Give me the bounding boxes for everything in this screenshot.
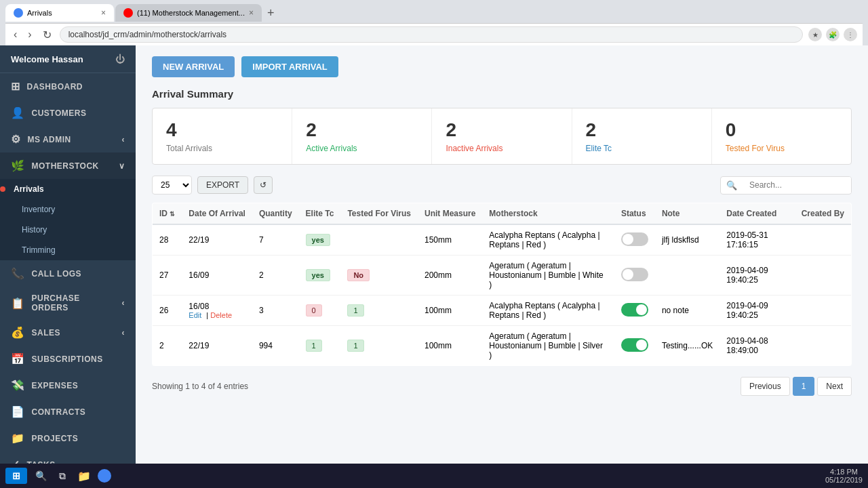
cell-status[interactable]	[614, 224, 655, 256]
col-virus[interactable]: Tested For Virus	[340, 203, 418, 225]
cell-qty: 3	[252, 296, 299, 326]
sidebar-power-icon[interactable]: ⏻	[115, 54, 125, 64]
sidebar-label-customers: CUSTOMERS	[32, 108, 87, 118]
new-arrival-button[interactable]: NEW ARRIVAL	[152, 56, 235, 77]
next-button[interactable]: Next	[817, 377, 852, 396]
tasks-icon: ✓	[11, 458, 20, 464]
po-icon: 📋	[11, 297, 25, 310]
cell-date-created: 2019-04-09 19:40:25	[719, 256, 794, 296]
extensions-icon[interactable]: 🧩	[826, 28, 840, 41]
col-id[interactable]: ID ⇅	[153, 203, 182, 225]
sidebar-item-ms-admin[interactable]: ⚙ MS ADMIN ‹	[0, 126, 136, 152]
sidebar-item-tasks[interactable]: ✓ TASKS	[0, 451, 136, 464]
col-date-created[interactable]: Date Created	[719, 203, 794, 225]
col-qty[interactable]: Quantity	[252, 203, 299, 225]
reload-button[interactable]: ↻	[40, 28, 54, 41]
url-bar[interactable]: localhost/jd_crm/admin/motherstock/arriv…	[60, 26, 803, 43]
edit-link[interactable]: Edit	[189, 311, 201, 319]
sidebar-item-dashboard[interactable]: ⊞ DASHBOARD	[0, 73, 136, 100]
tab-youtube[interactable]: (11) Motherstock Management... ×	[115, 4, 262, 22]
contracts-icon: 📄	[11, 405, 25, 418]
sidebar-item-customers[interactable]: 👤 CUSTOMERS	[0, 100, 136, 126]
col-note[interactable]: Note	[655, 203, 719, 225]
summary-cards: 4 Total Arrivals 2 Active Arrivals 2 Ina…	[152, 108, 852, 165]
taskbar-task-view[interactable]: ⧉	[54, 468, 71, 484]
sidebar-item-projects[interactable]: 📁 PROJECTS	[0, 425, 136, 451]
sidebar-subitem-history[interactable]: History	[0, 220, 136, 240]
cell-status[interactable]	[614, 256, 655, 296]
status-toggle[interactable]	[621, 338, 648, 352]
cell-id: 2	[153, 326, 182, 366]
ms-admin-left: ⚙ MS ADMIN	[11, 133, 71, 146]
cell-motherstock: Acalypha Reptans ( Acalypha | Reptans | …	[482, 296, 614, 326]
taskbar-explorer[interactable]: 📁	[76, 468, 92, 484]
summary-card-virus: 0 Tested For Virus	[712, 108, 851, 164]
address-bar: ‹ › ↻ localhost/jd_crm/admin/motherstock…	[5, 23, 863, 45]
col-elite[interactable]: Elite Tc	[299, 203, 341, 225]
status-toggle[interactable]	[621, 303, 648, 317]
taskbar-chrome[interactable]	[98, 469, 111, 483]
cell-created-by	[795, 296, 852, 326]
cell-status[interactable]	[614, 296, 655, 326]
col-created-by[interactable]: Created By	[795, 203, 852, 225]
sidebar-subitem-arrivals[interactable]: Arrivals	[0, 179, 55, 199]
sidebar-item-motherstock[interactable]: 🌿 MOTHERSTOCK ∨	[0, 152, 136, 179]
tab-favicon-arrivals	[14, 8, 23, 18]
motherstock-chevron: ∨	[119, 161, 125, 171]
page-1-button[interactable]: 1	[793, 377, 815, 396]
sidebar-item-call-logs[interactable]: 📞 CALL LOGS	[0, 260, 136, 287]
back-button[interactable]: ‹	[11, 28, 20, 41]
elite-tc-num: 2	[586, 119, 698, 141]
export-button[interactable]: EXPORT	[197, 176, 248, 194]
cell-status[interactable]	[614, 326, 655, 366]
tab-title-youtube: (11) Motherstock Management...	[137, 9, 245, 17]
sidebar-item-expenses[interactable]: 💸 EXPENSES	[0, 372, 136, 399]
elite-tc-label: Elite Tc	[586, 144, 698, 153]
page-size-select[interactable]: 25 10 50 100	[152, 176, 192, 195]
tab-close-youtube[interactable]: ×	[249, 8, 254, 18]
col-status[interactable]: Status	[614, 203, 655, 225]
menu-icon[interactable]: ⋮	[844, 28, 857, 41]
bookmark-icon[interactable]: ★	[808, 28, 822, 41]
taskbar-search[interactable]: 🔍	[33, 468, 49, 484]
sidebar-item-subscriptions[interactable]: 📅 SUBSCRIPTIONS	[0, 346, 136, 372]
status-toggle[interactable]	[621, 232, 648, 246]
refresh-button[interactable]: ↺	[254, 176, 273, 194]
cell-motherstock: Acalypha Reptans ( Acalypha | Reptans | …	[482, 224, 614, 256]
sidebar-label-sales: SALES	[32, 328, 61, 338]
col-date[interactable]: Date Of Arrival	[182, 203, 252, 225]
col-motherstock[interactable]: Motherstock	[482, 203, 614, 225]
previous-button[interactable]: Previous	[741, 377, 790, 396]
tab-close-arrivals[interactable]: ×	[101, 8, 106, 18]
sidebar-subitem-inventory[interactable]: Inventory	[0, 199, 136, 220]
forward-button[interactable]: ›	[25, 28, 34, 41]
clock-time: 4:18 PM	[825, 468, 863, 476]
sales-chevron: ‹	[122, 328, 125, 338]
cell-unit: 100mm	[418, 326, 482, 366]
search-input[interactable]	[743, 177, 851, 193]
arrivals-row: Arrivals	[0, 179, 136, 199]
sidebar-item-sales[interactable]: 💰 SALES ‹	[0, 319, 136, 346]
tab-arrivals[interactable]: Arrivals ×	[5, 4, 114, 22]
import-arrival-button[interactable]: IMPORT ARRIVAL	[241, 56, 338, 77]
sales-icon: 💰	[11, 326, 25, 339]
total-arrivals-num: 4	[166, 119, 278, 141]
col-unit[interactable]: Unit Measure	[418, 203, 482, 225]
cell-note: Testing......OK	[655, 326, 719, 366]
status-toggle[interactable]	[621, 268, 648, 281]
elite-tc-badge: yes	[306, 269, 330, 281]
pagination-info: Showing 1 to 4 of 4 entries	[152, 382, 248, 391]
cell-date: 16/09	[182, 256, 252, 296]
cell-date-created: 2019-04-09 19:40:25	[719, 296, 794, 326]
sidebar-item-contracts[interactable]: 📄 CONTRACTS	[0, 399, 136, 425]
sidebar-subitem-trimming[interactable]: Trimming	[0, 240, 136, 260]
cell-id: 28	[153, 224, 182, 256]
start-button[interactable]: ⊞	[5, 468, 27, 484]
delete-link[interactable]: Delete	[210, 311, 232, 319]
new-tab-button[interactable]: +	[263, 6, 279, 20]
cell-date-created: 2019-04-08 18:49:00	[719, 326, 794, 366]
sidebar-label-contracts: CONTRACTS	[32, 407, 86, 417]
table-row: 28 22/19 7 yes 150mm Acalypha Reptans ( …	[153, 224, 852, 256]
sidebar-item-purchase-orders[interactable]: 📋 PURCHASE ORDERS ‹	[0, 287, 136, 319]
tested-virus-label: Tested For Virus	[726, 144, 837, 153]
